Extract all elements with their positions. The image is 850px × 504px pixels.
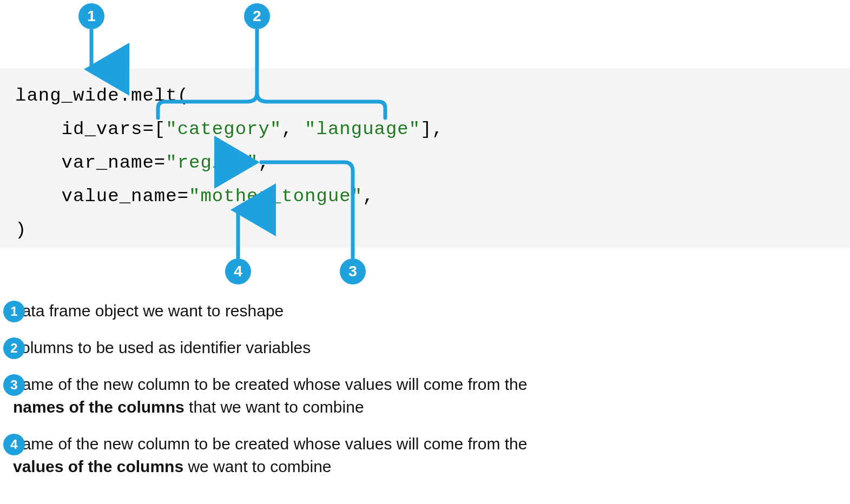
code-value-name-end: , xyxy=(363,186,374,207)
legend-text-3b: names of the columns xyxy=(13,398,185,416)
code-str-mother-tongue: "mother_tongue" xyxy=(189,186,363,207)
legend-row-4: 4 name of the new column to be created w… xyxy=(3,433,653,478)
legend: 1 data frame object we want to reshape 2… xyxy=(3,300,653,492)
legend-badge-4-label: 4 xyxy=(10,437,17,452)
callout-badge-1: 1 xyxy=(78,3,104,29)
code-id-vars-prefix: id_vars=[ xyxy=(15,119,166,140)
legend-badge-2: 2 xyxy=(3,337,25,359)
legend-badge-3: 3 xyxy=(3,374,25,396)
legend-text-3a: name of the new column to be created who… xyxy=(13,375,527,393)
legend-text-4b: values of the columns xyxy=(13,457,183,475)
callout-badge-3: 3 xyxy=(340,258,366,284)
legend-text-4: name of the new column to be created who… xyxy=(13,433,565,478)
callout-badge-2: 2 xyxy=(244,3,270,29)
code-block: lang_wide.melt( id_vars=["category", "la… xyxy=(0,68,850,248)
legend-row-3: 3 name of the new column to be created w… xyxy=(3,373,653,419)
code-str-region: "region" xyxy=(166,152,258,173)
callout-badge-4-label: 4 xyxy=(234,263,242,280)
legend-text-4a: name of the new column to be created who… xyxy=(13,435,527,453)
legend-badge-1-label: 1 xyxy=(10,304,17,319)
code-comma1: , xyxy=(281,119,305,140)
callout-badge-4: 4 xyxy=(225,258,251,284)
legend-badge-1: 1 xyxy=(3,301,25,322)
code-var-name-end: , xyxy=(258,152,269,173)
code-str-language: "language" xyxy=(305,119,420,140)
code-value-name-prefix: value_name= xyxy=(15,186,189,207)
code-str-category: "category" xyxy=(166,119,281,140)
code-close-paren: ) xyxy=(15,220,27,240)
legend-badge-3-label: 3 xyxy=(10,377,17,393)
code-id-vars-end: ], xyxy=(420,119,444,140)
legend-badge-2-label: 2 xyxy=(10,341,17,356)
code-var-name-prefix: var_name= xyxy=(15,152,166,173)
legend-text-3c: that we want to combine xyxy=(185,398,364,416)
legend-badge-4: 4 xyxy=(3,434,25,455)
code-lang-wide: lang_wide xyxy=(15,85,120,106)
legend-row-1: 1 data frame object we want to reshape xyxy=(3,300,653,322)
legend-row-2: 2 columns to be used as identifier varia… xyxy=(3,336,653,359)
legend-text-4c: we want to combine xyxy=(183,457,331,475)
callout-badge-3-label: 3 xyxy=(348,263,357,280)
legend-text-2: columns to be used as identifier variabl… xyxy=(13,336,311,359)
callout-badge-1-label: 1 xyxy=(87,8,96,25)
legend-text-1: data frame object we want to reshape xyxy=(13,300,284,322)
code-melt: .melt( xyxy=(120,85,189,106)
callout-badge-2-label: 2 xyxy=(253,8,261,25)
diagram-canvas: lang_wide.melt( id_vars=["category", "la… xyxy=(0,0,850,504)
legend-text-3: name of the new column to be created who… xyxy=(13,373,565,419)
